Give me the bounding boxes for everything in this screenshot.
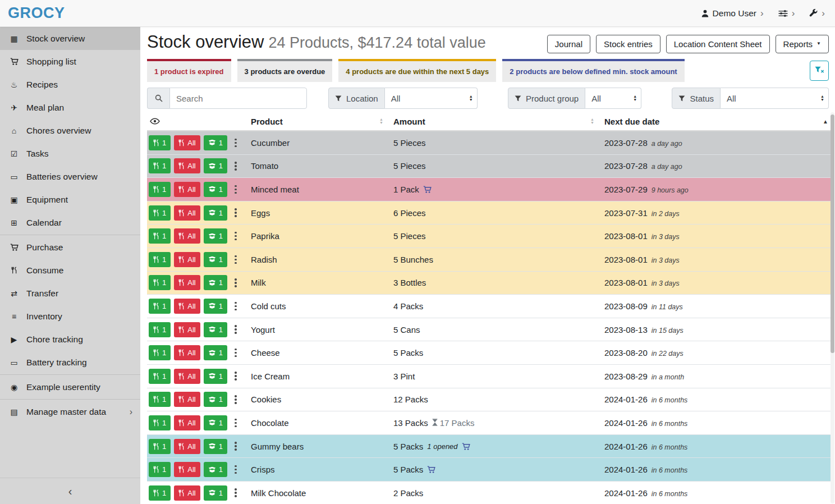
location-content-sheet-button[interactable]: Location Content Sheet	[666, 35, 770, 53]
open-one-button[interactable]: 1	[204, 182, 227, 197]
consume-all-button[interactable]: All	[174, 135, 200, 150]
consume-all-button[interactable]: All	[174, 158, 200, 173]
consume-all-button[interactable]: All	[174, 205, 200, 221]
row-menu-button[interactable]	[231, 228, 241, 244]
open-one-button[interactable]: 1	[204, 322, 227, 337]
consume-all-button[interactable]: All	[174, 415, 200, 430]
clear-filters-button[interactable]	[810, 61, 829, 81]
consume-all-button[interactable]: All	[174, 439, 200, 454]
open-one-button[interactable]: 1	[204, 462, 227, 477]
consume-one-button[interactable]: 1	[149, 228, 171, 244]
consume-all-button[interactable]: All	[174, 228, 200, 244]
location-select[interactable]: All ▲▼	[385, 88, 478, 109]
product-group-select[interactable]: All ▲▼	[585, 88, 641, 109]
row-menu-button[interactable]	[231, 182, 241, 197]
banner-expired[interactable]: 1 product is expired	[147, 59, 231, 82]
row-menu-button[interactable]	[231, 158, 241, 173]
consume-all-button[interactable]: All	[174, 369, 200, 384]
row-menu-button[interactable]	[231, 485, 241, 501]
open-one-button[interactable]: 1	[204, 135, 227, 150]
banner-overdue[interactable]: 3 products are overdue	[237, 59, 333, 82]
sidebar-item-shopping-list[interactable]: Shopping list	[0, 50, 140, 73]
sidebar-item-stock-overview[interactable]: ▦ Stock overview	[0, 27, 140, 50]
row-menu-button[interactable]	[231, 322, 241, 337]
journal-button[interactable]: Journal	[547, 35, 590, 53]
consume-all-button[interactable]: All	[174, 345, 200, 360]
sidebar-item-equipment[interactable]: ▣ Equipment	[0, 188, 140, 211]
consume-all-button[interactable]: All	[174, 275, 200, 290]
row-menu-button[interactable]	[231, 252, 241, 267]
consume-all-button[interactable]: All	[174, 392, 200, 407]
open-one-button[interactable]: 1	[204, 299, 227, 314]
row-menu-button[interactable]	[231, 439, 241, 454]
consume-one-button[interactable]: 1	[149, 252, 171, 267]
consume-one-button[interactable]: 1	[149, 182, 171, 197]
search-input[interactable]	[169, 88, 307, 109]
sidebar-item-chore-tracking[interactable]: ▶ Chore tracking	[0, 328, 140, 351]
open-one-button[interactable]: 1	[204, 485, 227, 501]
sidebar-item-tasks[interactable]: ☑ Tasks	[0, 142, 140, 165]
open-one-button[interactable]: 1	[204, 158, 227, 173]
row-menu-button[interactable]	[231, 462, 241, 477]
open-one-button[interactable]: 1	[204, 415, 227, 430]
sidebar-item-example-userentity[interactable]: ◉ Example userentity	[0, 375, 140, 398]
open-one-button[interactable]: 1	[204, 439, 227, 454]
row-menu-button[interactable]	[231, 392, 241, 407]
consume-one-button[interactable]: 1	[149, 205, 171, 221]
column-header-amount[interactable]: Amount ▲▼	[393, 117, 604, 126]
row-menu-button[interactable]	[231, 415, 241, 430]
sidebar-item-recipes[interactable]: ♨ Recipes	[0, 73, 140, 96]
consume-one-button[interactable]: 1	[149, 135, 171, 150]
admin-menu[interactable]: ›	[809, 8, 825, 18]
consume-all-button[interactable]: All	[174, 462, 200, 477]
consume-all-button[interactable]: All	[174, 252, 200, 267]
consume-one-button[interactable]: 1	[149, 299, 171, 314]
consume-all-button[interactable]: All	[174, 182, 200, 197]
column-header-next-due-date[interactable]: Next due date ▲	[604, 117, 832, 126]
settings-menu[interactable]: ›	[778, 8, 795, 18]
open-one-button[interactable]: 1	[204, 369, 227, 384]
sidebar-item-consume[interactable]: Consume	[0, 259, 140, 282]
row-menu-button[interactable]	[231, 275, 241, 290]
sidebar-item-batteries-overview[interactable]: ▭ Batteries overview	[0, 165, 140, 188]
consume-one-button[interactable]: 1	[149, 415, 171, 430]
consume-one-button[interactable]: 1	[149, 392, 171, 407]
consume-one-button[interactable]: 1	[149, 322, 171, 337]
consume-all-button[interactable]: All	[174, 322, 200, 337]
scrollbar-thumb[interactable]	[831, 114, 834, 353]
sidebar-item-meal-plan[interactable]: ✈ Meal plan	[0, 96, 140, 119]
reports-button[interactable]: Reports▼	[776, 35, 829, 53]
consume-one-button[interactable]: 1	[149, 345, 171, 360]
row-menu-button[interactable]	[231, 369, 241, 384]
sidebar-item-inventory[interactable]: ≡ Inventory	[0, 305, 140, 328]
app-logo[interactable]: GROCY	[8, 4, 65, 22]
consume-one-button[interactable]: 1	[149, 158, 171, 173]
stock-entries-button[interactable]: Stock entries	[596, 35, 660, 53]
banner-due-soon[interactable]: 4 products are due within the next 5 day…	[338, 59, 496, 82]
sidebar-item-battery-tracking[interactable]: ▭ Battery tracking	[0, 351, 140, 374]
open-one-button[interactable]: 1	[204, 252, 227, 267]
sidebar-collapse-button[interactable]: ‹	[0, 478, 140, 504]
user-menu[interactable]: Demo User ›	[701, 8, 764, 19]
open-one-button[interactable]: 1	[204, 392, 227, 407]
sidebar-item-manage-master-data[interactable]: ▤ Manage master data ›	[0, 400, 140, 423]
consume-all-button[interactable]: All	[174, 299, 200, 314]
column-header-product[interactable]: Product ▲▼	[251, 117, 393, 126]
column-visibility-toggle[interactable]	[147, 117, 251, 126]
scrollbar[interactable]	[831, 112, 834, 503]
row-menu-button[interactable]	[231, 299, 241, 314]
consume-one-button[interactable]: 1	[149, 485, 171, 501]
open-one-button[interactable]: 1	[204, 345, 227, 360]
consume-one-button[interactable]: 1	[149, 275, 171, 290]
sidebar-item-purchase[interactable]: Purchase	[0, 236, 140, 259]
status-select[interactable]: All ▲▼	[721, 88, 829, 109]
consume-all-button[interactable]: All	[174, 485, 200, 501]
sidebar-item-transfer[interactable]: ⇄ Transfer	[0, 282, 140, 305]
consume-one-button[interactable]: 1	[149, 369, 171, 384]
consume-one-button[interactable]: 1	[149, 439, 171, 454]
consume-one-button[interactable]: 1	[149, 462, 171, 477]
open-one-button[interactable]: 1	[204, 228, 227, 244]
row-menu-button[interactable]	[231, 135, 241, 150]
open-one-button[interactable]: 1	[204, 205, 227, 221]
row-menu-button[interactable]	[231, 205, 241, 221]
